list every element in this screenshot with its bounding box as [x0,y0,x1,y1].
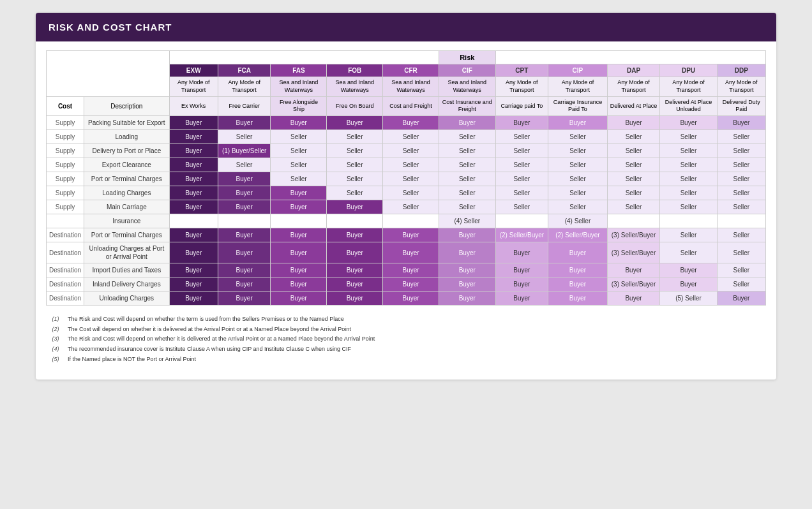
transport-dpu: Any Mode of Transport [660,77,717,96]
cell-value: (4) Seller [548,214,607,228]
cell-value: Seller [271,130,327,144]
cell-value [218,214,271,228]
cell-value: Buyer [439,291,495,306]
cell-value: Seller [660,144,717,158]
transport-fca: Any Mode of Transport [218,77,271,96]
cell-value: Buyer [548,277,607,291]
cell-value: Buyer [660,116,717,130]
cell-value: Seller [383,200,439,214]
table-row: SupplyExport ClearanceBuyerSellerSellerS… [47,158,766,172]
cell-value: Seller [495,172,548,186]
cell-value: Buyer [660,263,717,277]
cell-value: Buyer [271,116,327,130]
table-row: DestinationUnloading ChargesBuyerBuyerBu… [47,291,766,306]
cell-value: Seller [383,144,439,158]
cell-value: Seller [717,200,765,214]
cell-value: Seller [495,130,548,144]
transport-fas: Sea and Inland Waterways [271,77,327,96]
cell-value: Seller [660,242,717,263]
cell-value: Buyer [218,116,271,130]
row-description: Port or Terminal Charges [84,228,170,242]
desc-fas: Free Alongside Ship [271,96,327,115]
footnote-row: (4)The recommended insurance cover is In… [46,344,766,355]
risk-cost-table: Risk EXW FCA FAS FOB CFR CIF CPT CIP DAP… [46,50,766,306]
table-wrapper: Risk EXW FCA FAS FOB CFR CIF CPT CIP DAP… [36,41,776,312]
code-exw: EXW [169,64,218,77]
table-row: SupplyPacking Suitable for ExportBuyerBu… [47,116,766,130]
cell-value: Buyer [169,158,218,172]
transport-ddp: Any Mode of Transport [717,77,765,96]
cell-value: Buyer [169,144,218,158]
transport-fob: Sea and Inland Waterways [327,77,383,96]
cell-value: Buyer [218,277,271,291]
row-category: Destination [47,291,84,306]
cell-value: Seller [607,130,660,144]
cell-value: Buyer [169,186,218,200]
cell-value: Seller [495,144,548,158]
cell-value: Seller [717,228,765,242]
cell-value: Buyer [717,291,765,306]
cell-value: Seller [607,158,660,172]
cell-value: Seller [548,144,607,158]
cell-value: Seller [495,158,548,172]
cell-value: Buyer [271,277,327,291]
row-description: Inland Delivery Charges [84,277,170,291]
cell-value: Seller [717,144,765,158]
cell-value: (4) Seller [439,214,495,228]
table-row: DestinationPort or Terminal ChargesBuyer… [47,228,766,242]
cell-value: Buyer [169,277,218,291]
footnote-number: (1) [46,314,65,325]
footnotes: (1)The Risk and Cost will depend on whet… [36,312,776,367]
cell-value: Buyer [495,242,548,263]
row-category: Supply [47,158,84,172]
cell-value: Buyer [169,242,218,263]
cell-value [169,214,218,228]
desc-exw: Ex Works [169,96,218,115]
transport-cip: Any Mode of Transport [548,77,607,96]
cell-value: (2) Seller/Buyer [548,228,607,242]
cell-value: Buyer [327,291,383,306]
row-category: Destination [47,263,84,277]
cell-value [327,214,383,228]
cell-value: Buyer [271,242,327,263]
cell-value: Seller [548,158,607,172]
cell-value: Seller [717,242,765,263]
cell-value: Buyer [327,242,383,263]
cell-value: Buyer [271,263,327,277]
cell-value: Buyer [383,291,439,306]
table-row: DestinationUnloading Charges at Port or … [47,242,766,263]
footnote-row: (2)The Cost will depend on whether it is… [46,325,766,335]
cell-value: Seller [548,172,607,186]
cell-value: (3) Seller/Buyer [607,277,660,291]
cell-value: Seller [717,158,765,172]
cell-value: Buyer [495,277,548,291]
cell-value: Seller [218,158,271,172]
cell-value: Seller [439,158,495,172]
cell-value: Buyer [218,186,271,200]
code-cif: CIF [439,64,495,77]
cell-value [271,214,327,228]
desc-dpu: Delivered At Place Unloaded [660,96,717,115]
code-fas: FAS [271,64,327,77]
cell-value [717,214,765,228]
cell-value: Seller [383,172,439,186]
cell-value: Buyer [271,291,327,306]
cell-value: Buyer [607,263,660,277]
cell-value: Seller [439,186,495,200]
cell-value [495,214,548,228]
cell-value: Buyer [548,116,607,130]
cell-value: Seller [607,200,660,214]
footnote-number: (4) [46,344,65,355]
desc-fca: Free Carrier [218,96,271,115]
cell-value: Buyer [271,200,327,214]
cell-value: Buyer [383,242,439,263]
row-category: Supply [47,144,84,158]
cell-value: (2) Seller/Buyer [495,228,548,242]
transport-dap: Any Mode of Transport [607,77,660,96]
footnote-number: (3) [46,334,65,344]
row-category [47,214,84,228]
cell-value: Seller [548,186,607,200]
cell-value [383,214,439,228]
row-description: Main Carriage [84,200,170,214]
cell-value: Buyer [495,116,548,130]
